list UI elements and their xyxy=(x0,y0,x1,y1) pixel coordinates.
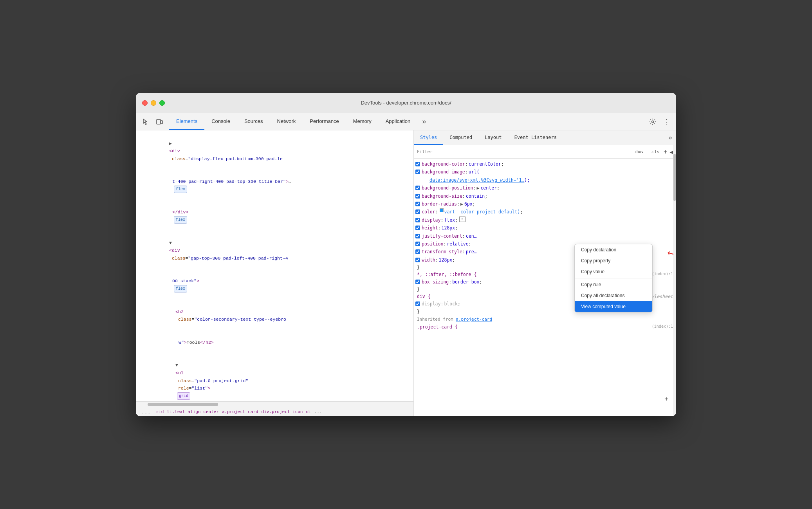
context-menu: Copy declaration Copy property Copy valu… xyxy=(574,244,653,312)
bg-image-url[interactable]: data:image/svg+xml,%3Csvg_width='1… xyxy=(429,177,524,184)
svg-point-2 xyxy=(652,121,654,123)
horizontal-scrollbar[interactable] xyxy=(136,401,413,407)
color-swatch xyxy=(440,208,444,212)
css-prop-background-color: background-color: currentColor; xyxy=(414,160,676,168)
html-line: ▼ <ul class="pad-0 project-grid" role="l… xyxy=(136,354,413,401)
html-line: w">Tools</h2> xyxy=(136,331,413,354)
css-prop-display: display: flex; ⠿ xyxy=(414,216,676,224)
hov-filter-btn[interactable]: :hov xyxy=(632,149,646,155)
ctx-copy-property[interactable]: Copy property xyxy=(575,255,652,266)
window-title: DevTools - developer.chrome.com/docs/ xyxy=(361,100,451,106)
ctx-copy-declaration[interactable]: Copy declaration xyxy=(575,244,652,255)
tab-console[interactable]: Console xyxy=(204,113,237,130)
vertical-scrollbar[interactable] xyxy=(673,130,676,416)
device-toolbar-icon[interactable] xyxy=(153,116,166,128)
elements-content[interactable]: ▶ <div class="display-flex pad-bottom-30… xyxy=(136,130,413,401)
tab-sources[interactable]: Sources xyxy=(237,113,270,130)
css-prop-background-position: background-position: ▶center; xyxy=(414,184,676,192)
ctx-copy-all-declarations[interactable]: Copy all declarations xyxy=(575,290,652,301)
close-button[interactable] xyxy=(142,100,148,106)
css-prop-background-image: background-image: url( xyxy=(414,168,676,176)
grid-badge[interactable]: grid xyxy=(177,392,190,400)
html-line: <h2 class="color-secondary-text type--ey… xyxy=(136,300,413,331)
prop-checkbox[interactable] xyxy=(415,234,420,238)
prop-checkbox[interactable] xyxy=(415,249,420,254)
scroll-thumb xyxy=(148,403,218,406)
bc-div-icon[interactable]: div.project-icon xyxy=(262,409,303,414)
devtools-tabs: Elements Console Sources Network Perform… xyxy=(169,113,643,130)
prop-checkbox[interactable] xyxy=(415,301,420,306)
traffic-lights xyxy=(142,100,165,106)
prop-checkbox[interactable] xyxy=(415,162,420,166)
ctx-view-computed-value[interactable]: View computed value xyxy=(575,301,652,312)
bc-rid[interactable]: rid xyxy=(156,409,164,414)
tab-styles[interactable]: Styles xyxy=(414,130,443,145)
fullscreen-button[interactable] xyxy=(159,100,165,106)
more-tabs-button[interactable]: » xyxy=(417,113,431,130)
devtools-window: DevTools - developer.chrome.com/docs/ El… xyxy=(136,93,676,416)
css-var-link[interactable]: var(--color-project-default) xyxy=(444,208,520,215)
prop-checkbox[interactable] xyxy=(415,170,420,174)
tab-computed[interactable]: Computed xyxy=(443,130,478,145)
scrollbar-thumb xyxy=(673,154,676,201)
prop-checkbox[interactable] xyxy=(415,209,420,214)
flex-badge-2[interactable]: flex xyxy=(174,216,187,224)
styles-tabs: Styles Computed Layout Event Listeners » xyxy=(414,130,676,145)
breadcrumb-dots[interactable]: ... xyxy=(139,409,153,415)
tab-event-listeners[interactable]: Event Listeners xyxy=(508,130,563,145)
filter-bar: :hov .cls + ◀ xyxy=(414,145,676,159)
tab-elements[interactable]: Elements xyxy=(169,113,204,130)
tab-performance[interactable]: Performance xyxy=(303,113,346,130)
devtools-toolbar: Elements Console Sources Network Perform… xyxy=(136,113,676,130)
prop-checkbox[interactable] xyxy=(415,258,420,262)
tab-layout[interactable]: Layout xyxy=(478,130,508,145)
ctx-separator xyxy=(575,278,652,278)
more-options-icon[interactable]: ⋮ xyxy=(660,116,673,128)
prop-checkbox[interactable] xyxy=(415,280,420,284)
prop-checkbox[interactable] xyxy=(415,226,420,230)
tab-network[interactable]: Network xyxy=(270,113,303,130)
prop-checkbox[interactable] xyxy=(415,242,420,246)
add-style-button[interactable]: + xyxy=(664,148,668,155)
styles-panel: Styles Computed Layout Event Listeners »… xyxy=(414,130,676,416)
inherited-from-label: Inherited from a.project-card xyxy=(414,315,676,323)
inherited-from-link[interactable]: a.project-card xyxy=(456,317,492,322)
ctx-copy-rule[interactable]: Copy rule xyxy=(575,279,652,290)
tab-memory[interactable]: Memory xyxy=(346,113,379,130)
project-card-rule: .project-card { (index):1 xyxy=(414,323,676,330)
elements-panel: ▶ <div class="display-flex pad-bottom-30… xyxy=(136,130,414,416)
devtools-main: ▶ <div class="display-flex pad-bottom-30… xyxy=(136,130,676,416)
ctx-copy-value[interactable]: Copy value xyxy=(575,266,652,277)
settings-icon[interactable] xyxy=(646,116,659,128)
flex-badge-3[interactable]: flex xyxy=(174,285,187,292)
css-prop-background-size: background-size: contain; xyxy=(414,192,676,200)
bc-a[interactable]: a.project-card xyxy=(222,409,258,414)
css-prop-bg-image-url: data:image/svg+xml,%3Csvg_width='1… ); xyxy=(414,176,676,184)
toggle-panel-button[interactable]: ◀ xyxy=(670,149,673,155)
html-line: ▶ <div class="display-flex pad-bottom-30… xyxy=(136,132,413,170)
inspect-icon[interactable] xyxy=(139,116,152,128)
breadcrumb-bar: ... rid li.text-align-center a.project-c… xyxy=(136,407,413,416)
minimize-button[interactable] xyxy=(151,100,156,106)
prop-checkbox[interactable] xyxy=(415,218,420,222)
prop-checkbox[interactable] xyxy=(415,202,420,206)
filter-input[interactable] xyxy=(417,149,630,154)
html-line: </div> flex xyxy=(136,201,413,231)
devtools-left-icons xyxy=(136,113,169,130)
prop-checkbox[interactable] xyxy=(415,186,420,190)
add-rule-button[interactable]: + xyxy=(664,395,668,403)
bc-li[interactable]: li.text-align-center xyxy=(167,409,218,414)
bc-di[interactable]: di xyxy=(306,409,311,414)
css-prop-color: color: var(--color-project-default); xyxy=(414,208,676,216)
html-line: 00 stack"> flex xyxy=(136,270,413,300)
flex-icon-badge[interactable]: ⠿ xyxy=(459,217,466,222)
prop-checkbox[interactable] xyxy=(415,194,420,199)
tab-application[interactable]: Application xyxy=(379,113,418,130)
html-line: t-400 pad-right-400 pad-top-300 title-ba… xyxy=(136,170,413,201)
svg-rect-1 xyxy=(161,121,162,124)
css-prop-border-radius: border-radius: ▶ 6px; xyxy=(414,200,676,208)
svg-rect-0 xyxy=(157,119,161,124)
title-bar: DevTools - developer.chrome.com/docs/ xyxy=(136,93,676,113)
flex-badge[interactable]: flex xyxy=(174,186,187,193)
cls-filter-btn[interactable]: .cls xyxy=(648,149,661,155)
